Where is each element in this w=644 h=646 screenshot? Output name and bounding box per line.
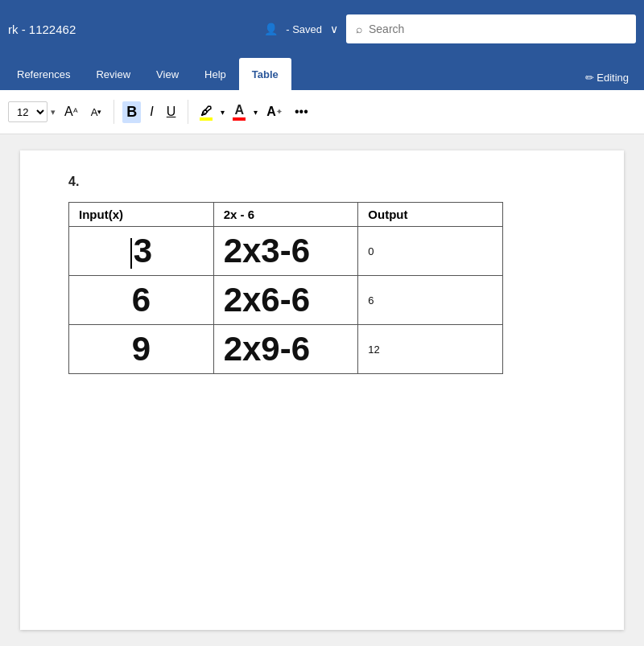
- font-size-group: 12 11 14 16 ▾: [8, 101, 56, 122]
- chevron-down-icon: ▾: [51, 107, 56, 117]
- header-output: Output: [358, 203, 503, 227]
- chevron-icon: ∨: [330, 23, 338, 35]
- font-select[interactable]: 12 11 14 16: [8, 101, 47, 122]
- table-row: 0: [358, 227, 503, 276]
- tab-review[interactable]: Review: [83, 58, 143, 90]
- header-expr: 2x - 6: [213, 203, 358, 227]
- ribbon-tabs: References Review View Help Table ✏ Edit…: [0, 58, 644, 90]
- search-icon: ⌕: [356, 23, 362, 35]
- chevron-down-icon-font-color[interactable]: ▾: [254, 108, 258, 117]
- title-bar: rk - 1122462 👤 - Saved ∨ ⌕: [0, 0, 644, 58]
- table-row: 6: [69, 276, 214, 325]
- tab-table[interactable]: Table: [239, 58, 291, 90]
- user-icon: 👤: [264, 23, 278, 35]
- editing-button[interactable]: ✏ Editing: [574, 65, 640, 90]
- highlight-button[interactable]: 🖊: [196, 102, 216, 122]
- bold-button[interactable]: B: [122, 101, 141, 123]
- chevron-down-icon-highlight[interactable]: ▾: [221, 108, 225, 117]
- more-options-icon[interactable]: •••: [295, 105, 308, 119]
- increase-font-button[interactable]: Aᴬ: [60, 102, 82, 121]
- tab-view[interactable]: View: [143, 58, 192, 90]
- font-color-button[interactable]: A: [229, 101, 249, 122]
- text-effects-button[interactable]: A✦: [262, 102, 287, 121]
- table-row: 9: [69, 325, 214, 374]
- font-color-bar: [233, 117, 246, 121]
- question-number: 4.: [68, 175, 576, 189]
- tab-references[interactable]: References: [4, 58, 83, 90]
- italic-button[interactable]: I: [146, 102, 157, 121]
- toolbar: 12 11 14 16 ▾ Aᴬ A▾ B I U 🖊 ▾ A ▾ A✦ •••: [0, 90, 644, 134]
- table-row: 2x9-6: [213, 325, 358, 374]
- title-text: rk - 1122462: [8, 23, 256, 36]
- highlight-color-bar: [200, 117, 213, 121]
- underline-button[interactable]: U: [163, 102, 180, 121]
- header-input: Input(x): [69, 203, 214, 227]
- search-bar[interactable]: ⌕: [346, 14, 636, 43]
- document-page: 4. Input(x) 2x - 6 Output 32x3-6062x6-66…: [20, 150, 624, 630]
- document-area: 4. Input(x) 2x - 6 Output 32x3-6062x6-66…: [0, 134, 644, 646]
- separator-1: [114, 100, 114, 124]
- table-row: 12: [358, 325, 503, 374]
- search-input[interactable]: [369, 23, 626, 35]
- decrease-font-button[interactable]: A▾: [87, 104, 106, 121]
- saved-label: - Saved: [286, 23, 322, 35]
- highlight-icon: 🖊: [200, 104, 213, 117]
- table-row: 3: [69, 227, 214, 276]
- table-row: 2x6-6: [213, 276, 358, 325]
- table-row: 2x3-6: [213, 227, 358, 276]
- font-color-label: A: [235, 103, 245, 117]
- table-row: 6: [358, 276, 503, 325]
- separator-2: [188, 100, 188, 124]
- tab-help[interactable]: Help: [192, 58, 239, 90]
- math-table: Input(x) 2x - 6 Output 32x3-6062x6-6692x…: [68, 202, 503, 374]
